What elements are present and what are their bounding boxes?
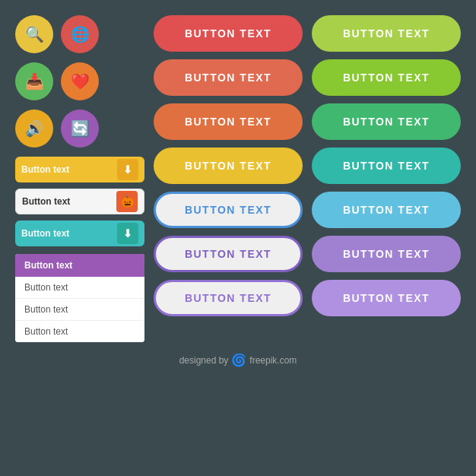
icon-row-2: 📥 ❤️ [15, 62, 144, 100]
button-lime-label: BUTTON TEXT [343, 71, 430, 84]
button-light-green[interactable]: BUTTON TEXT [312, 15, 461, 52]
button-orange[interactable]: BUTTON TEXT [154, 103, 303, 140]
button-yellow[interactable]: BUTTON TEXT [154, 148, 303, 184]
button-green[interactable]: BUTTON TEXT [312, 103, 461, 140]
dropdown-item-3[interactable]: Button text [15, 321, 144, 342]
button-outlined-purple-label: BUTTON TEXT [185, 248, 271, 260]
button-purple-solid-label: BUTTON TEXT [343, 248, 430, 260]
icon-row-1: 🔍 🌐 [15, 15, 144, 53]
dropdown-list: Button text Button text Button text Butt… [15, 254, 144, 342]
small-button-yellow-label: Button text [21, 164, 69, 175]
footer-brand: freepik.com [249, 355, 297, 366]
small-button-teal-label: Button text [21, 228, 69, 239]
globe-icon-button[interactable]: 🌐 [61, 15, 99, 53]
middle-column: BUTTON TEXT BUTTON TEXT BUTTON TEXT BUTT… [154, 15, 303, 342]
button-light-blue-label: BUTTON TEXT [343, 204, 430, 216]
download-small-icon: ⬇ [117, 159, 138, 180]
button-lavender[interactable]: BUTTON TEXT [312, 280, 461, 316]
download-icon-button[interactable]: 📥 [15, 62, 53, 100]
right-column: BUTTON TEXT BUTTON TEXT BUTTON TEXT BUTT… [312, 15, 461, 342]
button-orange-label: BUTTON TEXT [185, 116, 271, 128]
button-salmon[interactable]: BUTTON TEXT [154, 59, 303, 96]
left-column: 🔍 🌐 📥 ❤️ 🔊 🔄 Button text ⬇ Button text 🎃 [15, 15, 144, 342]
button-lime[interactable]: BUTTON TEXT [312, 59, 461, 96]
button-salmon-label: BUTTON TEXT [185, 71, 271, 84]
button-red-label: BUTTON TEXT [185, 27, 271, 40]
pumpkin-small-icon: 🎃 [116, 191, 138, 212]
small-button-yellow[interactable]: Button text ⬇ [15, 157, 144, 182]
search-icon-button[interactable]: 🔍 [15, 15, 53, 53]
small-button-row-1: Button text ⬇ [15, 157, 144, 182]
small-button-row-3: Button text ⬇ [15, 221, 144, 246]
button-outlined-purple2-label: BUTTON TEXT [185, 292, 271, 304]
icon-row-3: 🔊 🔄 [15, 109, 144, 148]
download-teal-icon: ⬇ [117, 223, 138, 244]
main-content: 🔍 🌐 📥 ❤️ 🔊 🔄 Button text ⬇ Button text 🎃 [15, 15, 461, 342]
button-lavender-label: BUTTON TEXT [343, 292, 430, 304]
button-purple-solid[interactable]: BUTTON TEXT [312, 236, 461, 272]
button-light-green-label: BUTTON TEXT [343, 27, 430, 40]
small-button-white-label: Button text [22, 196, 70, 207]
dropdown-header[interactable]: Button text [15, 254, 144, 277]
heart-icon-button[interactable]: ❤️ [61, 62, 99, 100]
button-outlined-blue-label: BUTTON TEXT [185, 204, 271, 216]
button-outlined-blue[interactable]: BUTTON TEXT [154, 192, 303, 228]
dropdown-item-2[interactable]: Button text [15, 299, 144, 321]
small-button-teal[interactable]: Button text ⬇ [15, 221, 144, 246]
small-button-white[interactable]: Button text 🎃 [15, 189, 144, 214]
button-light-blue[interactable]: BUTTON TEXT [312, 192, 461, 228]
footer-text: designed by [179, 355, 229, 366]
footer: designed by 🌀 freepik.com [179, 353, 297, 367]
button-outlined-purple[interactable]: BUTTON TEXT [154, 236, 303, 272]
button-red[interactable]: BUTTON TEXT [154, 15, 303, 52]
button-outlined-purple2[interactable]: BUTTON TEXT [154, 280, 303, 316]
button-yellow-label: BUTTON TEXT [185, 160, 271, 172]
small-button-row-2: Button text 🎃 [15, 189, 144, 214]
sound-icon-button[interactable]: 🔊 [15, 109, 53, 148]
button-green-label: BUTTON TEXT [343, 116, 430, 128]
button-teal[interactable]: BUTTON TEXT [312, 148, 461, 184]
refresh-icon-button[interactable]: 🔄 [61, 109, 99, 148]
freepik-logo-icon: 🌀 [231, 353, 246, 367]
dropdown-item-1[interactable]: Button text [15, 277, 144, 299]
button-teal-label: BUTTON TEXT [343, 160, 430, 172]
